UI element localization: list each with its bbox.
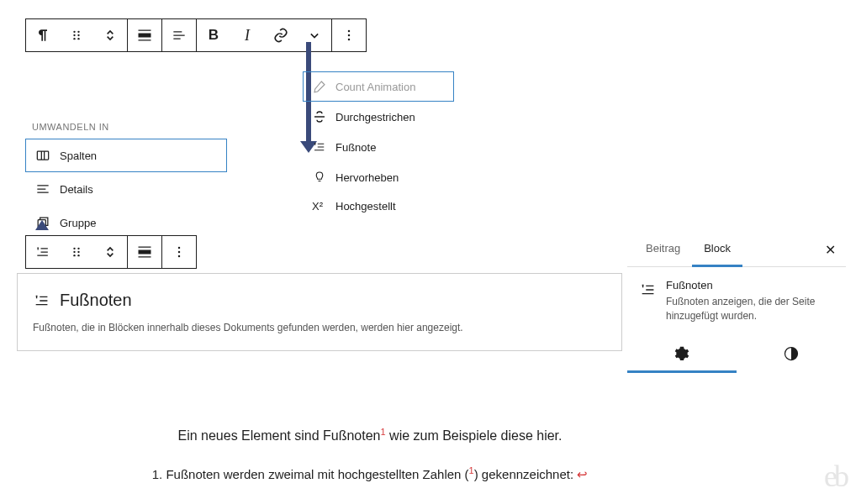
- example-text-part: Ein neues Element sind Fußnoten: [177, 428, 380, 443]
- transform-item-label: Spalten: [60, 150, 97, 162]
- svg-rect-10: [37, 151, 48, 160]
- secondary-toolbar: [25, 235, 197, 269]
- svg-point-4: [73, 38, 75, 39]
- align-left-icon[interactable]: [162, 19, 196, 51]
- enter-mark-icon: ↩: [577, 467, 588, 481]
- paragraph-icon[interactable]: [26, 19, 60, 51]
- settings-tab-icon[interactable]: [627, 337, 737, 373]
- transform-panel-title: UMWANDELN IN: [25, 122, 227, 132]
- transform-item-label: Details: [60, 183, 93, 196]
- dropdown-item-label: Count Animation: [335, 81, 415, 93]
- transform-item-details[interactable]: Details: [25, 172, 227, 206]
- align-wide-icon[interactable]: [128, 19, 161, 51]
- styles-tab-icon[interactable]: [737, 337, 846, 373]
- svg-point-16: [73, 255, 75, 256]
- svg-point-17: [77, 255, 79, 256]
- footnote-icon: [33, 291, 51, 310]
- superscript-icon: X²: [312, 200, 327, 213]
- close-icon[interactable]: ✕: [821, 234, 839, 266]
- block-title: Fußnoten: [60, 291, 132, 310]
- svg-point-7: [348, 30, 351, 33]
- svg-point-20: [178, 251, 181, 254]
- move-handle-icon[interactable]: [93, 19, 127, 51]
- format-dropdown: Count Animation Durchgestrichen Fußnote …: [303, 71, 454, 220]
- drag-handle-icon[interactable]: [60, 236, 93, 268]
- details-icon: [34, 181, 51, 197]
- inspector-style-tabs: [627, 337, 846, 373]
- example-text-part: wie zum Beispiele diese hier.: [386, 428, 563, 443]
- dropdown-item-label: Fußnote: [335, 141, 376, 154]
- inspector-header: Fußnoten Fußnoten anzeigen, die der Seit…: [627, 267, 846, 337]
- svg-point-19: [178, 247, 181, 249]
- transform-item-label: Gruppe: [60, 217, 96, 229]
- svg-rect-18: [139, 250, 151, 255]
- highlight-icon: [312, 170, 327, 185]
- strikethrough-icon: [312, 109, 327, 124]
- watermark-logo: eb: [824, 459, 846, 494]
- dropdown-item-strikethrough[interactable]: Durchgestrichen: [303, 102, 454, 132]
- inspector-block-name: Fußnoten: [666, 279, 834, 291]
- footnote-text-part: ) gekennzeichnet:: [474, 467, 578, 481]
- block-toolbar: B I: [25, 18, 367, 52]
- inspector-panel: Beitrag Block ✕ Fußnoten Fußnoten anzeig…: [627, 234, 846, 373]
- dropdown-item-footnote[interactable]: Fußnote: [303, 132, 454, 162]
- inspector-tabs: Beitrag Block ✕: [627, 234, 846, 267]
- move-handle-icon[interactable]: [93, 236, 127, 268]
- svg-point-5: [77, 38, 79, 39]
- toolbar-group-options: [332, 19, 366, 51]
- tab-block[interactable]: Block: [692, 234, 742, 267]
- chevron-down-icon[interactable]: [298, 19, 331, 51]
- more-options-icon[interactable]: [162, 236, 196, 268]
- svg-point-8: [348, 34, 351, 37]
- toolbar-group-format: B I: [197, 19, 332, 51]
- footnote-text-part: 1. Fußnoten werden zweimal mit hochgeste…: [152, 467, 469, 481]
- dropdown-item-label: Durchgestrichen: [335, 111, 415, 123]
- svg-point-14: [73, 251, 75, 253]
- footnote-icon: [312, 139, 327, 155]
- svg-point-9: [348, 39, 351, 41]
- columns-icon: [34, 147, 51, 164]
- dropdown-item-label: Hervorheben: [335, 171, 399, 184]
- drag-handle-icon[interactable]: [60, 19, 93, 51]
- transform-panel: UMWANDELN IN Spalten Details Gruppe: [25, 122, 227, 239]
- svg-point-3: [77, 34, 79, 36]
- svg-point-12: [73, 248, 75, 249]
- footnote-block-icon[interactable]: [26, 236, 60, 268]
- svg-point-13: [77, 248, 79, 249]
- example-text: Ein neues Element sind Fußnoten1 wie zum…: [0, 424, 740, 485]
- inspector-block-desc: Fußnoten anzeigen, die der Seite hinzuge…: [666, 295, 834, 323]
- bold-button[interactable]: B: [197, 19, 230, 51]
- align-wide-icon[interactable]: [128, 236, 161, 268]
- link-icon[interactable]: [264, 19, 298, 51]
- toolbar-group-align: [128, 19, 162, 51]
- dropdown-item-superscript[interactable]: X² Hochgestellt: [303, 192, 454, 220]
- svg-point-0: [73, 31, 75, 33]
- tab-post[interactable]: Beitrag: [634, 234, 692, 267]
- dropdown-item-highlight[interactable]: Hervorheben: [303, 162, 454, 192]
- dropdown-item-count-animation[interactable]: Count Animation: [303, 71, 454, 102]
- dropdown-item-label: Hochgestellt: [335, 200, 396, 213]
- svg-point-1: [77, 31, 79, 33]
- toolbar-group-block: [26, 19, 128, 51]
- svg-point-15: [77, 251, 79, 253]
- svg-point-21: [178, 255, 181, 258]
- more-options-icon[interactable]: [332, 19, 366, 51]
- toolbar-group-justify: [162, 19, 197, 51]
- footnote-icon: [639, 281, 658, 299]
- transform-item-columns[interactable]: Spalten: [25, 139, 227, 172]
- transform-item-group[interactable]: Gruppe: [25, 206, 227, 239]
- footnotes-block[interactable]: Fußnoten Fußnoten, die in Blöcken innerh…: [17, 273, 622, 351]
- block-description: Fußnoten, die in Blöcken innerhalb diese…: [33, 322, 606, 333]
- italic-button[interactable]: I: [230, 19, 264, 51]
- pencil-icon: [312, 79, 327, 94]
- svg-rect-6: [139, 34, 151, 38]
- svg-point-2: [73, 34, 75, 36]
